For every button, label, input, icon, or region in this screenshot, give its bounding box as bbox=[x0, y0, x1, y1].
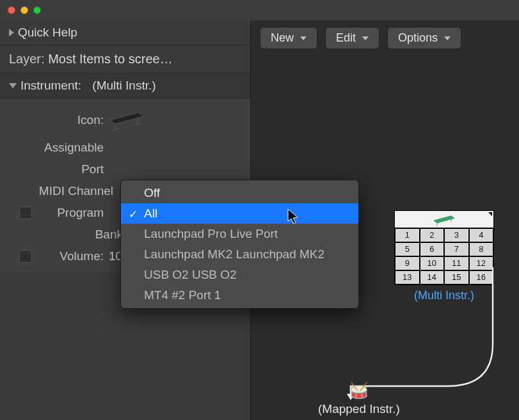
port-menu-item[interactable]: Off bbox=[121, 183, 358, 203]
mapped-instrument-label: (Mapped Instr.) bbox=[318, 402, 400, 416]
midi-channel-cell[interactable]: 6 bbox=[420, 242, 445, 256]
instrument-value: (Multi Instr.) bbox=[92, 79, 156, 93]
midi-channel-cell[interactable]: 11 bbox=[444, 256, 469, 270]
port-menu-item-label: MT4 #2 Port 1 bbox=[144, 288, 221, 302]
midi-channel-grid[interactable]: 12345678910111213141516 bbox=[394, 228, 494, 285]
new-menu-label: New bbox=[271, 31, 294, 45]
layer-row[interactable]: Layer: Most Items to scree… bbox=[0, 45, 250, 74]
midi-channel-cell[interactable]: 4 bbox=[469, 228, 494, 242]
port-menu-item-label: Launchpad Pro Live Port bbox=[144, 227, 278, 240]
volume-label: Volume: bbox=[38, 249, 109, 263]
minimize-window-button[interactable] bbox=[20, 6, 28, 14]
program-checkbox[interactable] bbox=[19, 206, 32, 219]
edit-menu-button[interactable]: Edit bbox=[325, 27, 379, 49]
new-menu-button[interactable]: New bbox=[260, 27, 317, 49]
port-label: Port bbox=[19, 162, 109, 176]
port-menu-item[interactable]: USB O2 USB O2 bbox=[121, 265, 358, 285]
environment-toolbar: New Edit Options bbox=[251, 20, 519, 56]
disclosure-right-icon bbox=[9, 29, 14, 36]
port-menu-item-label: Launchpad MK2 Launchpad MK2 bbox=[144, 247, 324, 261]
program-label: Program bbox=[38, 206, 109, 220]
midi-channel-cell[interactable]: 5 bbox=[395, 242, 420, 256]
svg-line-3 bbox=[113, 128, 120, 130]
window-titlebar bbox=[0, 0, 519, 20]
quick-help-label: Quick Help bbox=[18, 26, 77, 40]
port-menu-item[interactable]: Launchpad Pro Live Port bbox=[121, 224, 358, 244]
layer-value: Most Items to scree… bbox=[48, 52, 173, 66]
midi-channel-cell[interactable]: 9 bbox=[395, 256, 420, 270]
param-icon-row[interactable]: Icon: bbox=[19, 104, 241, 137]
mapped-instrument-object[interactable]: 🥁 (Mapped Instr.) bbox=[318, 382, 400, 416]
midi-channel-cell[interactable]: 3 bbox=[444, 228, 469, 242]
param-assignable-row[interactable]: Assignable bbox=[19, 137, 241, 159]
midi-channel-cell[interactable]: 15 bbox=[444, 270, 469, 284]
port-dropdown-menu[interactable]: Off✓AllLaunchpad Pro Live PortLaunchpad … bbox=[120, 180, 359, 309]
port-menu-item-label: All bbox=[144, 206, 157, 220]
midi-channel-cell[interactable]: 7 bbox=[444, 242, 469, 256]
layer-label: Layer: bbox=[9, 52, 45, 66]
chevron-down-icon bbox=[444, 36, 451, 40]
options-menu-label: Options bbox=[398, 31, 438, 45]
disclosure-down-icon bbox=[9, 83, 17, 88]
midi-channel-cell[interactable]: 1 bbox=[395, 228, 420, 242]
param-port-row[interactable]: Port bbox=[19, 159, 241, 180]
port-menu-item[interactable]: Launchpad MK2 Launchpad MK2 bbox=[121, 244, 358, 265]
close-window-button[interactable] bbox=[8, 6, 15, 14]
port-menu-item-label: USB O2 USB O2 bbox=[144, 268, 237, 281]
keyboard-icon bbox=[109, 109, 145, 132]
options-menu-button[interactable]: Options bbox=[387, 27, 461, 49]
instrument-header[interactable]: Instrument: (Multi Instr.) bbox=[0, 74, 250, 98]
multi-instrument-iconbar bbox=[394, 210, 494, 228]
chevron-down-icon bbox=[362, 36, 369, 40]
port-menu-item[interactable]: MT4 #2 Port 1 bbox=[121, 285, 358, 306]
midi-channel-cell[interactable]: 8 bbox=[469, 242, 494, 256]
midi-channel-cell[interactable]: 12 bbox=[469, 256, 494, 270]
midi-channel-cell[interactable]: 16 bbox=[469, 270, 494, 284]
object-corner-icon bbox=[488, 212, 492, 216]
instrument-label: Instrument: bbox=[20, 79, 81, 93]
midi-channel-cell[interactable]: 14 bbox=[420, 270, 445, 284]
multi-instrument-label: (Multi Instr.) bbox=[394, 289, 494, 302]
edit-menu-label: Edit bbox=[336, 31, 356, 45]
midi-channel-label: MIDI Channel bbox=[19, 184, 118, 198]
assignable-label: Assignable bbox=[19, 141, 109, 155]
midi-channel-cell[interactable]: 10 bbox=[420, 256, 445, 270]
chevron-down-icon bbox=[300, 36, 307, 40]
midi-channel-cell[interactable]: 2 bbox=[420, 228, 445, 242]
port-menu-item-label: Off bbox=[144, 186, 160, 199]
bank-label: Bank bbox=[38, 228, 128, 242]
checkmark-icon: ✓ bbox=[129, 208, 138, 221]
volume-checkbox[interactable] bbox=[19, 250, 32, 263]
keyboard-icon bbox=[433, 214, 456, 228]
multi-instrument-object[interactable]: 12345678910111213141516 (Multi Instr.) bbox=[394, 210, 494, 302]
drumkit-icon: 🥁 bbox=[318, 382, 400, 400]
icon-param-label: Icon: bbox=[19, 113, 109, 127]
zoom-window-button[interactable] bbox=[33, 6, 41, 14]
midi-channel-cell[interactable]: 13 bbox=[395, 270, 420, 284]
port-menu-item[interactable]: ✓All bbox=[121, 203, 358, 224]
quick-help-header[interactable]: Quick Help bbox=[0, 20, 250, 45]
